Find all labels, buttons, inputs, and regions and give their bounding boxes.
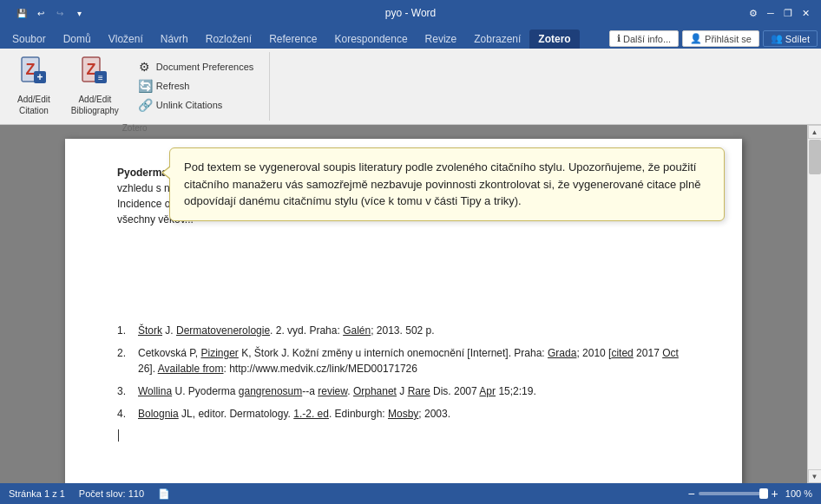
ref-text-3: Wollina U. Pyoderma gangrenosum--a revie… <box>138 383 690 399</box>
page-info: Stránka 1 z 1 <box>9 488 65 499</box>
document-page[interactable]: Pod textem se vygeneroval soupis literat… <box>65 139 742 483</box>
zoom-in-button[interactable]: + <box>772 487 778 501</box>
scroll-thumb[interactable] <box>809 140 821 174</box>
ribbon-small-buttons: ⚙ Document Preferences 🔄 Refresh 🔗 Unlin… <box>133 58 259 114</box>
zotero-ribbon-group: Z + Add/Edit Citation Z ≡ <box>0 52 270 121</box>
callout-tooltip: Pod textem se vygeneroval soupis literat… <box>169 147 725 221</box>
cursor-line <box>117 429 690 442</box>
add-bibliography-label: Add/Edit Bibliography <box>71 94 119 116</box>
status-right: − + 100 % <box>687 487 812 501</box>
dalsi-info-button[interactable]: ℹ Další info... <box>609 30 679 47</box>
refresh-icon: 🔄 <box>138 79 152 93</box>
reference-list: 1. Štork J. Dermatovenerologie. 2. vyd. … <box>117 323 690 442</box>
refresh-button[interactable]: 🔄 Refresh <box>133 77 259 95</box>
zoom-thumb[interactable] <box>759 488 768 499</box>
zoom-percent: 100 % <box>785 488 812 499</box>
ref-num-2: 2. <box>117 345 138 376</box>
zoom-controls: − + 100 % <box>687 487 812 501</box>
restore-button[interactable]: ❐ <box>779 4 797 22</box>
title-bar: 💾 ↩ ↪ ▾ pyo - Word ⚙ ─ ❐ ✕ <box>0 0 821 26</box>
svg-text:+: + <box>36 71 43 83</box>
vertical-scrollbar[interactable]: ▲ ▼ <box>807 125 821 483</box>
zoom-out-button[interactable]: − <box>687 487 694 501</box>
tab-revize[interactable]: Revize <box>417 29 466 49</box>
document-preferences-button[interactable]: ⚙ Document Preferences <box>133 58 259 75</box>
user-icon: 👤 <box>690 33 702 44</box>
tab-domu[interactable]: Domů <box>55 29 100 49</box>
svg-text:Z: Z <box>87 61 96 78</box>
share-icon: 👥 <box>771 33 783 44</box>
info-icon: ℹ <box>617 33 621 44</box>
scroll-up-button[interactable]: ▲ <box>808 125 822 139</box>
close-button[interactable]: ✕ <box>797 4 814 22</box>
tab-soubor[interactable]: Soubor <box>3 29 55 49</box>
scroll-down-button[interactable]: ▼ <box>808 469 822 483</box>
tab-reference[interactable]: Reference <box>260 29 325 49</box>
ref-num-1: 1. <box>117 323 138 338</box>
tab-zobrazeni[interactable]: Zobrazení <box>465 29 529 49</box>
word-count: Počet slov: 110 <box>79 488 144 499</box>
customize-qat-button[interactable]: ▾ <box>71 5 87 21</box>
ref-num-4: 4. <box>117 406 138 422</box>
ref-text-1: Štork J. Dermatovenerologie. 2. vyd. Pra… <box>138 323 690 338</box>
zoom-slider[interactable] <box>699 492 768 495</box>
tab-navrh[interactable]: Návrh <box>152 29 197 49</box>
add-citation-icon: Z + <box>20 56 48 91</box>
window-title: pyo - Word <box>385 7 436 19</box>
svg-text:Z: Z <box>25 61 35 78</box>
add-edit-bibliography-button[interactable]: Z ≡ Add/Edit Bibliography <box>64 52 126 120</box>
ref-item-2: 2. Cetkovská P, Pizinger K, Štork J. Kož… <box>117 345 690 376</box>
unlink-icon: 🔗 <box>138 98 152 112</box>
quick-access-toolbar: 💾 ↩ ↪ ▾ <box>14 5 87 21</box>
minimize-button[interactable]: ─ <box>762 4 779 22</box>
ref-item-3: 3. Wollina U. Pyoderma gangrenosum--a re… <box>117 383 690 399</box>
document-view-icon: 📄 <box>158 488 170 500</box>
document-preferences-icon: ⚙ <box>138 60 152 74</box>
unlink-citations-button[interactable]: 🔗 Unlink Citations <box>133 96 259 114</box>
status-left: Stránka 1 z 1 Počet slov: 110 📄 <box>9 488 170 500</box>
prihlasit-se-button[interactable]: 👤 Přihlásit se <box>682 30 759 47</box>
ref-text-4: Bolognia JL, editor. Dermatology. 1.-2. … <box>138 406 690 422</box>
document-container: Pod textem se vygeneroval soupis literat… <box>0 125 807 483</box>
ref-item-4: 4. Bolognia JL, editor. Dermatology. 1.-… <box>117 406 690 422</box>
tab-zotero[interactable]: Zotero <box>529 29 579 49</box>
tab-korespondence[interactable]: Korespondence <box>326 29 417 49</box>
undo-qat-button[interactable]: ↩ <box>33 5 49 21</box>
tab-rozlozeni[interactable]: Rozložení <box>197 29 260 49</box>
add-bibliography-icon: Z ≡ <box>81 56 108 91</box>
tab-vlozeni[interactable]: Vložení <box>100 29 152 49</box>
ref-text-2: Cetkovská P, Pizinger K, Štork J. Kožní … <box>138 345 690 376</box>
add-citation-label: Add/Edit Citation <box>17 94 50 116</box>
add-edit-citation-button[interactable]: Z + Add/Edit Citation <box>10 52 57 120</box>
svg-text:≡: ≡ <box>98 73 103 82</box>
ref-item-1: 1. Štork J. Dermatovenerologie. 2. vyd. … <box>117 323 690 338</box>
ribbon-group-label: Zotero <box>122 123 148 133</box>
ribbon: Z + Add/Edit Citation Z ≡ <box>0 49 821 125</box>
sdilet-button[interactable]: 👥 Sdílet <box>763 30 818 47</box>
status-bar: Stránka 1 z 1 Počet slov: 110 📄 − + 100 … <box>0 483 821 504</box>
redo-qat-button[interactable]: ↪ <box>52 5 68 21</box>
ref-num-3: 3. <box>117 383 138 399</box>
save-qat-button[interactable]: 💾 <box>14 5 30 21</box>
settings-button[interactable]: ⚙ <box>745 4 762 22</box>
main-area: Pod textem se vygeneroval soupis literat… <box>0 125 821 483</box>
text-cursor <box>118 429 119 442</box>
